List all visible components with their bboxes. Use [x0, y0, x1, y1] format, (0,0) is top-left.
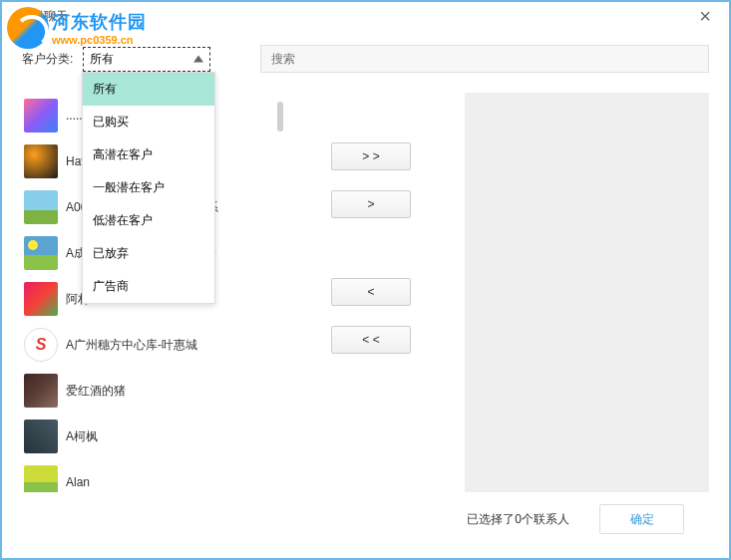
dropdown-option-purchased[interactable]: 已购买	[83, 106, 214, 139]
scrollbar[interactable]	[277, 102, 283, 132]
dropdown-option-abandoned[interactable]: 已放弃	[83, 237, 214, 270]
avatar	[24, 282, 58, 316]
dropdown-option-advertiser[interactable]: 广告商	[83, 270, 214, 303]
category-dropdown[interactable]: 所有 所有 已购买 高潜在客户 一般潜在客户 低潜在客户 已放弃 广告商	[83, 47, 210, 72]
dropdown-selected[interactable]: 所有	[83, 47, 210, 72]
avatar	[24, 374, 58, 408]
chevron-up-icon	[193, 56, 203, 63]
dropdown-option-medium[interactable]: 一般潜在客户	[83, 171, 214, 204]
dropdown-menu: 所有 已购买 高潜在客户 一般潜在客户 低潜在客户 已放弃 广告商	[82, 72, 215, 304]
watermark: 河东软件园 www.pc0359.cn	[7, 7, 147, 49]
avatar	[24, 465, 58, 492]
avatar	[24, 236, 58, 270]
avatar	[24, 420, 58, 453]
search-input[interactable]	[260, 45, 709, 73]
remove-button[interactable]: <	[331, 278, 411, 306]
contact-name: A广州穗方中心库-叶惠城	[66, 337, 197, 354]
contact-name: Alan	[66, 475, 90, 489]
dropdown-option-all[interactable]: 所有	[83, 73, 214, 106]
list-item[interactable]: 爱红酒的猪	[22, 368, 266, 414]
contact-name: 爱红酒的猪	[66, 383, 126, 400]
list-item[interactable]: Alan	[22, 459, 266, 492]
add-all-button[interactable]: > >	[331, 142, 411, 170]
watermark-title: 河东软件园	[52, 10, 147, 34]
status-text: 已选择了0个联系人	[467, 511, 569, 528]
avatar	[24, 144, 58, 178]
avatar	[24, 190, 58, 224]
add-button[interactable]: >	[331, 190, 411, 218]
close-icon[interactable]: ×	[691, 4, 719, 28]
list-item[interactable]: S A广州穗方中心库-叶惠城	[22, 322, 266, 368]
dropdown-option-high[interactable]: 高潜在客户	[83, 139, 214, 171]
filter-label: 客户分类:	[22, 51, 73, 68]
confirm-button[interactable]: 确定	[599, 504, 684, 534]
avatar	[24, 99, 58, 133]
dropdown-selected-text: 所有	[90, 52, 114, 66]
watermark-url: www.pc0359.cn	[52, 34, 147, 46]
remove-all-button[interactable]: < <	[331, 326, 411, 354]
watermark-logo-icon	[7, 7, 49, 49]
selected-panel	[465, 93, 709, 492]
contact-name: A柯枫	[66, 428, 98, 445]
dropdown-option-low[interactable]: 低潜在客户	[83, 204, 214, 237]
avatar: S	[24, 328, 58, 362]
list-item[interactable]: A柯枫	[22, 414, 266, 459]
